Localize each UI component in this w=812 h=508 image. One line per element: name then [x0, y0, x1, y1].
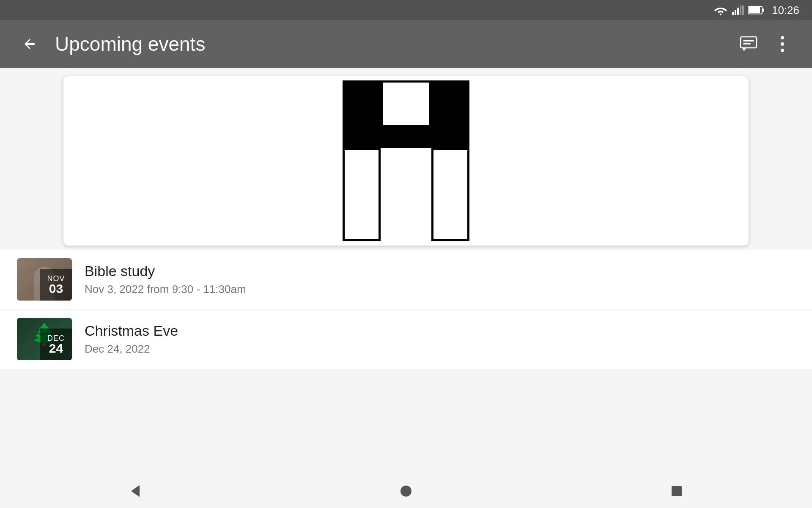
nav-back-icon [128, 483, 143, 499]
church-logo [63, 76, 749, 246]
event-datetime-bible: Nov 3, 2022 from 9:30 - 11:30am [85, 283, 795, 296]
app-bar: Upcoming events [0, 20, 812, 68]
svg-rect-21 [381, 150, 431, 239]
status-bar: 10:26 [0, 0, 812, 20]
nav-recent-icon [671, 485, 683, 497]
event-name-bible: Bible study [85, 263, 795, 279]
event-name-christmas: Christmas Eve [85, 323, 795, 339]
event-info-christmas: Christmas Eve Dec 24, 2022 [85, 323, 795, 356]
svg-rect-6 [749, 7, 760, 13]
event-day-christmas: 24 [49, 342, 63, 355]
status-time: 10:26 [772, 4, 799, 17]
event-item-bible-study[interactable]: NOV 03 Bible study Nov 3, 2022 from 9:30… [0, 250, 812, 309]
svg-point-12 [781, 42, 784, 46]
svg-rect-2 [737, 8, 739, 15]
svg-rect-19 [345, 150, 379, 239]
featured-card[interactable] [63, 76, 749, 246]
back-arrow-icon [21, 36, 38, 52]
wifi-icon [713, 5, 728, 15]
svg-rect-9 [743, 40, 754, 41]
bottom-nav [0, 474, 812, 508]
nav-recent-button[interactable] [660, 478, 694, 504]
svg-rect-18 [383, 83, 429, 125]
event-info-bible: Bible study Nov 3, 2022 from 9:30 - 11:3… [85, 263, 795, 296]
event-date-overlay-christmas: DEC 24 [40, 329, 72, 360]
signal-icon [732, 5, 744, 15]
event-thumbnail-bible-study: NOV 03 [17, 258, 72, 301]
chat-icon [740, 36, 757, 52]
svg-point-11 [781, 36, 784, 39]
event-datetime-christmas: Dec 24, 2022 [85, 342, 795, 356]
event-thumbnail-christmas: DEC 24 [17, 318, 72, 360]
svg-rect-0 [732, 12, 734, 15]
main-content: NOV 03 Bible study Nov 3, 2022 from 9:30… [0, 68, 812, 474]
more-options-button[interactable] [770, 31, 795, 57]
more-options-icon [780, 35, 785, 53]
back-button[interactable] [17, 31, 42, 57]
svg-rect-10 [743, 43, 751, 44]
svg-rect-7 [762, 8, 764, 12]
app-bar-actions [736, 31, 795, 57]
svg-rect-3 [740, 6, 741, 15]
battery-icon [748, 6, 764, 15]
svg-point-23 [401, 486, 411, 497]
nav-back-button[interactable] [118, 478, 152, 504]
page-title: Upcoming events [55, 33, 736, 55]
svg-rect-17 [381, 127, 431, 148]
status-icons: 10:26 [713, 4, 799, 17]
svg-rect-1 [735, 10, 736, 15]
svg-rect-8 [741, 37, 757, 48]
chat-button[interactable] [736, 31, 761, 57]
nav-home-icon [400, 485, 412, 497]
nav-home-button[interactable] [389, 478, 423, 504]
svg-rect-20 [433, 150, 467, 239]
event-month-christmas: DEC [47, 334, 65, 342]
svg-rect-24 [672, 486, 682, 496]
event-item-christmas-eve[interactable]: DEC 24 Christmas Eve Dec 24, 2022 [0, 309, 812, 369]
event-month-bible: NOV [47, 275, 65, 282]
svg-marker-22 [131, 485, 140, 497]
svg-point-13 [781, 49, 784, 52]
event-list: NOV 03 Bible study Nov 3, 2022 from 9:30… [0, 250, 812, 369]
svg-rect-4 [742, 6, 744, 15]
event-date-overlay-bible: NOV 03 [40, 269, 72, 301]
event-day-bible: 03 [49, 282, 63, 295]
